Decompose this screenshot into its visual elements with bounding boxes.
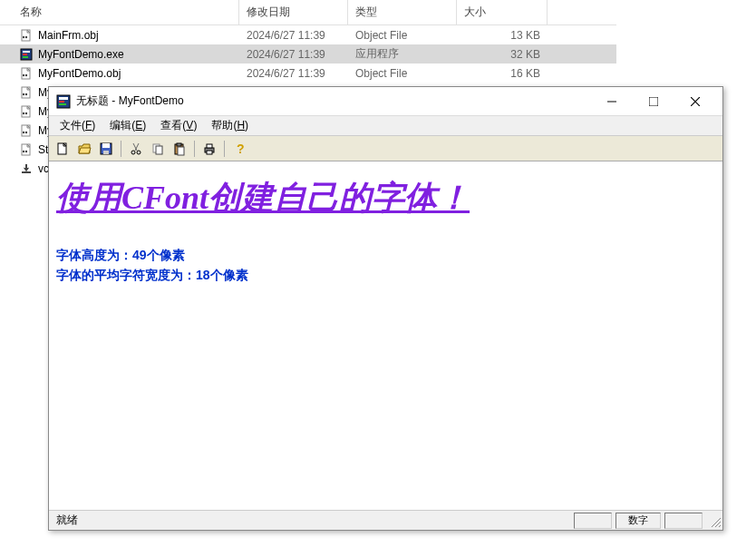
svg-rect-37: [649, 97, 658, 106]
app-icon: [56, 94, 71, 109]
svg-rect-54: [177, 143, 181, 146]
resize-grip[interactable]: [706, 513, 722, 529]
minimize-button[interactable]: [592, 89, 632, 114]
statusbar: 就绪 数字: [49, 510, 722, 530]
svg-point-14: [23, 93, 24, 94]
svg-text:?: ?: [237, 142, 245, 156]
svg-rect-57: [207, 144, 212, 148]
file-row[interactable]: MainFrm.obj2024/6/27 11:39Object File13 …: [0, 25, 616, 44]
svg-line-47: [133, 143, 137, 151]
svg-rect-45: [102, 143, 110, 148]
new-button[interactable]: [53, 139, 73, 159]
svg-marker-31: [24, 168, 29, 171]
file-date: 2024/6/27 11:39: [239, 48, 348, 61]
svg-line-62: [719, 525, 721, 527]
file-type: Object File: [348, 29, 457, 42]
window-title: 无标题 - MyFontDemo: [76, 93, 592, 109]
status-pane-3: [664, 513, 703, 529]
file-icon: [20, 162, 33, 175]
menu-help[interactable]: 帮助(H): [206, 116, 254, 135]
demo-heading: 使用CFont创建自己的字体！: [56, 176, 715, 220]
svg-point-49: [131, 151, 135, 154]
svg-rect-58: [207, 151, 212, 154]
help-button[interactable]: ?: [229, 139, 249, 159]
file-icon: [20, 48, 33, 61]
col-date[interactable]: 修改日期: [239, 0, 348, 24]
file-date: 2024/6/27 11:39: [239, 29, 348, 42]
file-name: MainFrm.obj: [38, 29, 99, 42]
client-area: 使用CFont创建自己的字体！ 字体高度为：49个像素 字体的平均字符宽度为：1…: [49, 161, 722, 510]
menu-edit[interactable]: 编辑(E): [104, 116, 151, 135]
window-controls: [592, 89, 715, 114]
svg-point-15: [25, 93, 27, 94]
toolbar-separator: [194, 141, 195, 157]
file-size: 32 KB: [457, 48, 548, 61]
col-size[interactable]: 大小: [457, 0, 548, 24]
svg-rect-46: [103, 151, 109, 154]
app-window: 无标题 - MyFontDemo 文件(F) 编辑(E) 查看(V) 帮助(H)…: [48, 86, 723, 531]
titlebar[interactable]: 无标题 - MyFontDemo: [49, 87, 722, 116]
cut-button[interactable]: [126, 139, 146, 159]
explorer-header: 名称 修改日期 类型 大小: [0, 0, 616, 25]
svg-rect-55: [178, 147, 184, 155]
menubar: 文件(F) 编辑(E) 查看(V) 帮助(H): [49, 116, 722, 136]
svg-rect-28: [22, 171, 31, 173]
svg-point-18: [23, 112, 24, 113]
file-icon: [20, 29, 33, 42]
svg-rect-6: [23, 54, 27, 55]
file-size: 16 KB: [457, 67, 548, 80]
menu-view[interactable]: 查看(V): [155, 116, 202, 135]
svg-line-48: [135, 143, 139, 151]
svg-rect-5: [23, 51, 30, 53]
toolbar: ?: [49, 136, 722, 161]
maximize-button[interactable]: [634, 89, 674, 114]
svg-point-22: [23, 131, 24, 132]
svg-point-2: [23, 35, 24, 37]
font-width-text: 字体的平均字符宽度为：18个像素: [56, 268, 715, 284]
file-icon: [20, 143, 33, 156]
col-name[interactable]: 名称: [13, 0, 239, 24]
file-name: MyFontDemo.exe: [38, 48, 124, 61]
toolbar-separator: [121, 141, 121, 157]
menu-file[interactable]: 文件(F): [54, 116, 101, 135]
svg-point-26: [23, 150, 24, 151]
svg-rect-35: [59, 103, 66, 105]
file-icon: [20, 105, 33, 118]
open-button[interactable]: [74, 139, 94, 159]
font-height-text: 字体高度为：49个像素: [56, 248, 715, 264]
file-name: MyFontDemo.obj: [38, 67, 121, 80]
file-size: 13 KB: [457, 29, 548, 42]
svg-point-27: [25, 150, 27, 151]
file-icon: [20, 124, 33, 137]
file-row[interactable]: MyFontDemo.obj2024/6/27 11:39Object File…: [0, 64, 616, 83]
status-pane-1: [574, 513, 612, 529]
file-date: 2024/6/27 11:39: [239, 67, 348, 80]
save-button[interactable]: [96, 139, 116, 159]
status-numlock: 数字: [615, 513, 661, 529]
file-icon: [20, 86, 33, 99]
file-icon: [20, 67, 33, 80]
svg-point-10: [23, 73, 24, 75]
svg-rect-34: [59, 101, 64, 103]
svg-point-23: [25, 131, 27, 132]
file-type: Object File: [348, 67, 457, 80]
svg-rect-33: [59, 97, 68, 100]
file-type: 应用程序: [348, 46, 457, 62]
copy-button[interactable]: [148, 139, 168, 159]
toolbar-separator: [224, 141, 225, 157]
svg-rect-7: [23, 56, 28, 58]
svg-point-50: [137, 151, 141, 154]
svg-point-19: [25, 112, 27, 113]
svg-marker-43: [79, 148, 91, 153]
status-ready: 就绪: [49, 513, 574, 528]
close-button[interactable]: [675, 89, 715, 114]
col-type[interactable]: 类型: [348, 0, 457, 24]
print-button[interactable]: [199, 139, 219, 159]
svg-point-11: [25, 73, 27, 75]
paste-button[interactable]: [170, 139, 189, 159]
svg-point-3: [25, 35, 27, 37]
svg-rect-52: [156, 146, 162, 154]
file-row[interactable]: MyFontDemo.exe2024/6/27 11:39应用程序32 KB: [0, 44, 616, 64]
